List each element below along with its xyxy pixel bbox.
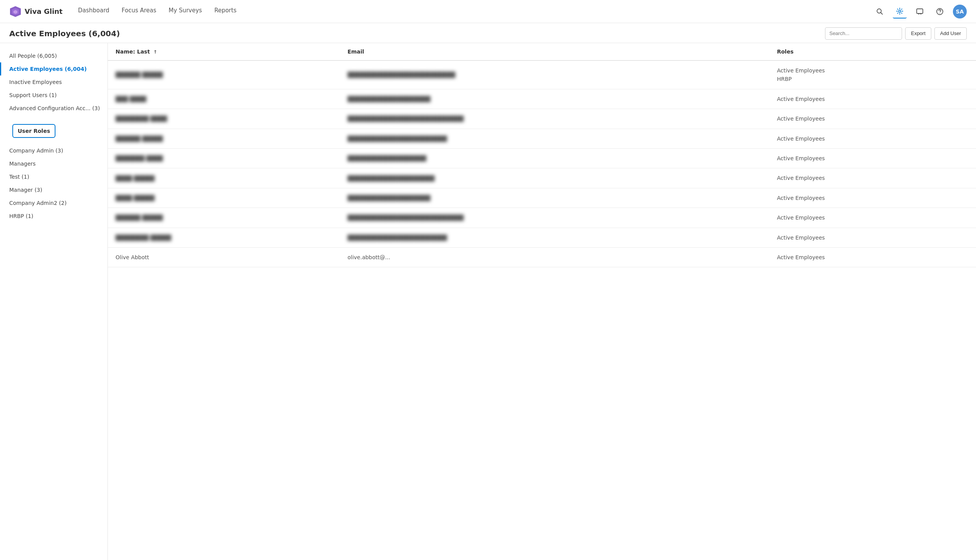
cell-roles: Active Employees [769, 247, 976, 267]
cell-roles: Active Employees [769, 188, 976, 208]
cell-name: ██████ █████ [108, 60, 340, 89]
svg-line-4 [881, 12, 883, 14]
cell-roles: Active EmployeesHRBP [769, 60, 976, 89]
cell-name: ██████ █████ [108, 208, 340, 228]
svg-point-5 [899, 10, 901, 12]
search-icon [876, 8, 884, 15]
col-header-roles[interactable]: Roles [769, 43, 976, 60]
main-content: Name: Last ↑ Email Roles ██████ ████████… [108, 43, 976, 560]
cell-name: ████ █████ [108, 188, 340, 208]
page-title: Active Employees (6,004) [9, 29, 120, 38]
help-button[interactable] [933, 5, 947, 18]
cell-name: ███████ ████ [108, 148, 340, 168]
user-roles-box[interactable]: User Roles [12, 124, 55, 138]
col-header-name[interactable]: Name: Last ↑ [108, 43, 340, 60]
cell-roles: Active Employees [769, 109, 976, 129]
nav-links: Dashboard Focus Areas My Surveys Reports [78, 7, 873, 16]
export-button[interactable]: Export [905, 27, 931, 40]
sidebar-item-advanced-config[interactable]: Advanced Configuration Acc... (3) [0, 102, 107, 115]
add-user-button[interactable]: Add User [934, 27, 967, 40]
cell-email: █████████████████████ [340, 168, 769, 188]
cell-email: ██████████████████████████ [340, 60, 769, 89]
sidebar: All People (6,005) Active Employees (6,0… [0, 43, 108, 560]
sidebar-item-test[interactable]: Test (1) [0, 170, 107, 183]
table-row[interactable]: ████████ █████████████████████████████Ac… [108, 228, 976, 247]
logo-area[interactable]: Viva Glint [9, 5, 62, 18]
sidebar-item-hrbp[interactable]: HRBP (1) [0, 210, 107, 223]
logo-label: Viva Glint [25, 7, 62, 15]
table-row[interactable]: Olive Abbottolive.abbott@...Active Emplo… [108, 247, 976, 267]
cell-email: ███████████████████ [340, 148, 769, 168]
gear-icon [896, 7, 904, 15]
cell-email: ████████████████████ [340, 89, 769, 109]
table-row[interactable]: ██████ ███████████████████████████████Ac… [108, 60, 976, 89]
top-navigation: Viva Glint Dashboard Focus Areas My Surv… [0, 0, 976, 23]
cell-name: Olive Abbott [108, 247, 340, 267]
header-actions: Export Add User [825, 27, 967, 40]
sidebar-item-active-employees[interactable]: Active Employees (6,004) [0, 62, 107, 75]
user-avatar[interactable]: SA [953, 5, 967, 18]
cell-roles: Active Employees [769, 148, 976, 168]
nav-my-surveys[interactable]: My Surveys [169, 7, 202, 16]
app-body: All People (6,005) Active Employees (6,0… [0, 23, 976, 560]
cell-roles: Active Employees [769, 228, 976, 247]
sidebar-item-manager[interactable]: Manager (3) [0, 183, 107, 196]
search-button[interactable] [873, 5, 887, 18]
svg-rect-6 [917, 9, 923, 13]
page-header: Active Employees (6,004) Export Add User [0, 23, 976, 43]
col-header-email[interactable]: Email [340, 43, 769, 60]
table-row[interactable]: ███ ████████████████████████Active Emplo… [108, 89, 976, 109]
settings-button[interactable] [893, 5, 907, 18]
cell-email: ████████████████████████ [340, 228, 769, 247]
table-row[interactable]: ████████ ███████████████████████████████… [108, 109, 976, 129]
table-row[interactable]: ████ ██████████████████████████Active Em… [108, 168, 976, 188]
sort-arrow-name: ↑ [153, 49, 157, 55]
cell-roles: Active Employees [769, 129, 976, 148]
cell-email: ████████████████████ [340, 188, 769, 208]
sidebar-item-support-users[interactable]: Support Users (1) [0, 89, 107, 102]
cell-name: ████████ ████ [108, 109, 340, 129]
chat-button[interactable] [913, 5, 927, 18]
nav-reports[interactable]: Reports [214, 7, 236, 16]
cell-name: ███ ████ [108, 89, 340, 109]
search-input[interactable] [825, 27, 902, 40]
sidebar-item-company-admin2[interactable]: Company Admin2 (2) [0, 196, 107, 210]
cell-email: ████████████████████████ [340, 129, 769, 148]
cell-roles: Active Employees [769, 208, 976, 228]
sidebar-item-managers[interactable]: Managers [0, 157, 107, 170]
cell-email: ████████████████████████████ [340, 109, 769, 129]
nav-focus-areas[interactable]: Focus Areas [122, 7, 156, 16]
cell-name: ████████ █████ [108, 228, 340, 247]
table-row[interactable]: ██████ █████████████████████████████Acti… [108, 129, 976, 148]
sidebar-item-company-admin[interactable]: Company Admin (3) [0, 144, 107, 157]
table-row[interactable]: ███████ ███████████████████████Active Em… [108, 148, 976, 168]
cell-roles: Active Employees [769, 89, 976, 109]
help-icon [936, 8, 944, 15]
table-row[interactable]: ████ █████████████████████████Active Emp… [108, 188, 976, 208]
cell-roles: Active Employees [769, 168, 976, 188]
nav-icon-area: SA [873, 5, 967, 18]
employees-table: Name: Last ↑ Email Roles ██████ ████████… [108, 43, 976, 267]
svg-point-8 [939, 13, 940, 13]
viva-glint-logo [9, 5, 22, 18]
sidebar-item-inactive-employees[interactable]: Inactive Employees [0, 75, 107, 89]
cell-name: ████ █████ [108, 168, 340, 188]
cell-name: ██████ █████ [108, 129, 340, 148]
cell-email: ████████████████████████████ [340, 208, 769, 228]
cell-email: olive.abbott@... [340, 247, 769, 267]
chat-icon [916, 8, 924, 15]
nav-dashboard[interactable]: Dashboard [78, 7, 109, 16]
table-row[interactable]: ██████ █████████████████████████████████… [108, 208, 976, 228]
sidebar-item-all-people[interactable]: All People (6,005) [0, 49, 107, 62]
